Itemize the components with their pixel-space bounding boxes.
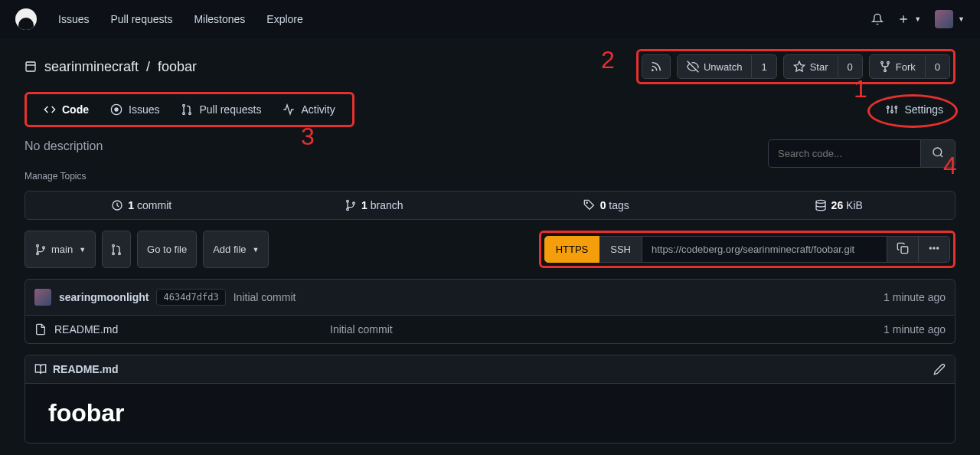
file-time: 1 minute ago <box>884 323 946 336</box>
repo-title: searinminecraft / foobar <box>24 59 197 75</box>
svg-point-7 <box>115 108 118 111</box>
user-menu[interactable]: ▼ <box>935 10 965 28</box>
repo-name-link[interactable]: foobar <box>158 59 197 75</box>
repo-icon <box>24 61 37 73</box>
svg-point-22 <box>37 253 39 255</box>
repo-tabs: Code Issues Pull requests Activity <box>24 92 354 127</box>
copy-url-button[interactable] <box>887 236 919 263</box>
manage-topics-link[interactable]: Manage Topics <box>24 171 956 182</box>
readme-body: foobar <box>25 384 955 443</box>
branch-select[interactable]: main▼ <box>24 231 96 268</box>
readme-box: README.md foobar <box>24 355 956 444</box>
watch-count[interactable]: 1 <box>752 54 776 79</box>
nav-pulls[interactable]: Pull requests <box>110 13 172 25</box>
tab-code[interactable]: Code <box>33 97 100 122</box>
rss-button[interactable] <box>642 54 671 79</box>
search-input[interactable] <box>768 139 921 168</box>
user-avatar <box>935 10 953 28</box>
svg-point-24 <box>113 244 115 247</box>
site-logo[interactable] <box>15 8 37 30</box>
book-icon <box>34 363 47 375</box>
svg-point-9 <box>183 113 185 115</box>
svg-point-18 <box>353 202 355 205</box>
file-name[interactable]: README.md <box>54 323 322 336</box>
commit-author-avatar[interactable] <box>34 289 51 306</box>
svg-rect-27 <box>901 247 908 254</box>
stat-branches[interactable]: 1 branch <box>258 191 491 219</box>
svg-point-1 <box>652 70 653 70</box>
commit-message[interactable]: Initial commit <box>234 291 296 303</box>
svg-point-28 <box>929 247 931 249</box>
readme-header: README.md <box>25 355 955 384</box>
svg-point-11 <box>887 106 890 109</box>
create-menu[interactable]: ▼ <box>897 13 921 25</box>
repo-owner-link[interactable]: searinminecraft <box>44 59 139 75</box>
search-button[interactable] <box>921 139 956 168</box>
content: No description Manage Topics 1 commit 1 … <box>0 127 980 455</box>
clone-ssh-tab[interactable]: SSH <box>599 236 642 263</box>
clone-https-tab[interactable]: HTTPS <box>544 236 600 263</box>
file-commit-msg[interactable]: Initial commit <box>330 323 876 336</box>
stats-bar: 1 commit 1 branch 0 tags 26 KiB <box>24 191 956 220</box>
readme-heading: foobar <box>48 399 932 427</box>
unwatch-button[interactable]: Unwatch <box>677 54 753 79</box>
repo-description: No description <box>24 139 103 153</box>
svg-point-5 <box>884 70 886 72</box>
toolbar-left: main▼ Go to file Add file▼ <box>24 231 269 268</box>
commit-hash[interactable]: 4634d7dfd3 <box>156 289 225 306</box>
svg-point-26 <box>119 253 121 255</box>
svg-point-19 <box>586 202 587 203</box>
stat-size: 26 KiB <box>723 191 956 219</box>
navbar-left: Issues Pull requests Milestones Explore <box>15 8 303 30</box>
fork-count[interactable]: 0 <box>926 54 950 79</box>
tabs-row: Code Issues Pull requests Activity Setti… <box>0 84 980 127</box>
repo-header: searinminecraft / foobar Unwatch 1 Star … <box>0 38 980 84</box>
svg-point-3 <box>880 61 883 64</box>
notifications-icon[interactable] <box>871 13 884 25</box>
nav-milestones[interactable]: Milestones <box>194 13 245 25</box>
repo-separator: / <box>146 59 150 75</box>
tab-issues[interactable]: Issues <box>100 97 170 122</box>
clone-more-button[interactable] <box>919 236 950 263</box>
svg-rect-0 <box>26 62 35 71</box>
go-to-file-button[interactable]: Go to file <box>137 231 197 268</box>
compare-button[interactable] <box>102 231 131 268</box>
star-button[interactable]: Star <box>783 54 838 79</box>
svg-point-10 <box>189 113 191 115</box>
stat-tags[interactable]: 0 tags <box>490 191 723 219</box>
add-file-button[interactable]: Add file▼ <box>203 231 269 268</box>
navbar-right: ▼ ▼ <box>871 10 965 28</box>
repo-actions: Unwatch 1 Star 0 Fork 0 <box>636 49 956 84</box>
tab-activity[interactable]: Activity <box>272 97 345 122</box>
clone-box: HTTPS SSH <box>539 231 956 268</box>
file-row[interactable]: README.md Initial commit 1 minute ago <box>24 316 956 344</box>
svg-point-21 <box>37 244 39 247</box>
svg-point-12 <box>891 110 893 113</box>
readme-title: README.md <box>34 363 119 375</box>
svg-point-16 <box>347 200 349 202</box>
tab-settings[interactable]: Settings <box>874 97 956 122</box>
svg-point-17 <box>347 208 349 211</box>
nav-issues[interactable]: Issues <box>58 13 89 25</box>
svg-point-4 <box>887 61 889 64</box>
description-row: No description <box>24 139 956 168</box>
commit-time: 1 minute ago <box>884 291 946 303</box>
fork-button[interactable]: Fork <box>869 54 926 79</box>
clone-url-input[interactable] <box>642 236 887 263</box>
stat-commits[interactable]: 1 commit <box>25 191 258 219</box>
edit-readme-button[interactable] <box>933 363 946 375</box>
tab-pulls[interactable]: Pull requests <box>170 97 272 122</box>
svg-point-23 <box>43 247 45 249</box>
svg-point-29 <box>933 247 935 249</box>
svg-point-13 <box>895 106 897 109</box>
svg-point-30 <box>937 247 939 249</box>
svg-point-25 <box>113 253 115 255</box>
star-count[interactable]: 0 <box>838 54 863 79</box>
latest-commit: searingmoonlight 4634d7dfd3 Initial comm… <box>24 279 956 316</box>
commit-author[interactable]: searingmoonlight <box>59 291 149 303</box>
svg-point-8 <box>183 104 185 106</box>
code-search <box>768 139 956 168</box>
svg-point-20 <box>816 200 825 203</box>
nav-explore[interactable]: Explore <box>266 13 302 25</box>
svg-point-14 <box>933 148 942 156</box>
